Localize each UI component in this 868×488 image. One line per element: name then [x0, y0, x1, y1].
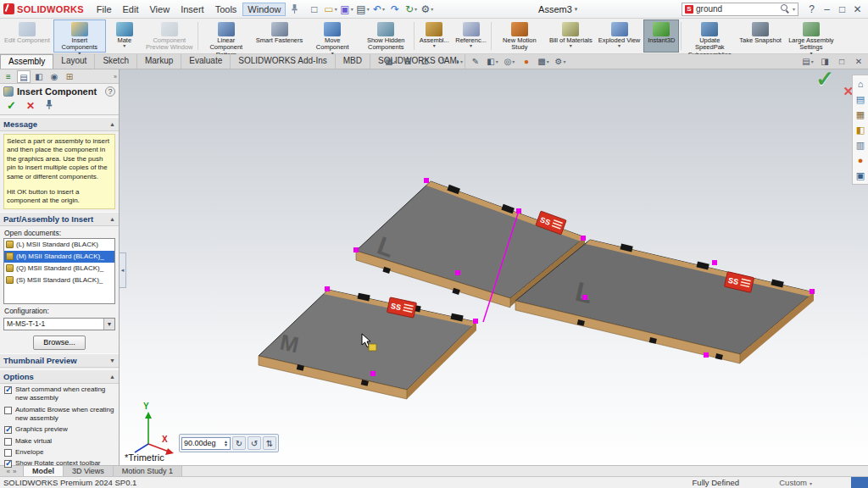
redo-icon[interactable]: ↷ — [387, 2, 402, 16]
tab-sketch[interactable]: Sketch — [95, 54, 137, 69]
ribbon-instant3d[interactable]: Instant3D — [643, 19, 679, 53]
spinner-icons[interactable]: ▲▼ — [224, 440, 228, 446]
design-library-icon[interactable]: ▦ — [854, 108, 867, 120]
resources-icon[interactable]: ▤ — [854, 93, 867, 105]
appearances-icon[interactable]: ● — [854, 154, 867, 166]
menu-edit[interactable]: Edit — [118, 3, 144, 16]
option-envelope[interactable]: Envelope — [0, 446, 119, 458]
ribbon-update-speedpak[interactable]: Update SpeedPak Subassemblies — [683, 19, 736, 53]
checkbox[interactable] — [4, 460, 12, 468]
ribbon-edit-component[interactable]: Edit Component — [2, 19, 53, 53]
rotate-cw-icon[interactable]: ↻ — [232, 436, 246, 450]
ok-button[interactable]: ✓ — [7, 99, 16, 112]
display-manager-tab[interactable]: ◉ — [47, 70, 61, 83]
tab-motion-study-1[interactable]: Motion Study 1 — [114, 466, 182, 476]
cancel-button[interactable]: ✕ — [26, 100, 35, 112]
pm-help-icon[interactable]: ? — [105, 86, 115, 97]
chevron-down-icon[interactable]: ▼ — [103, 319, 114, 330]
maximize-icon[interactable]: □ — [835, 2, 849, 16]
rebuild-icon[interactable]: ↻ — [403, 2, 418, 16]
manager-tabs-overflow-icon[interactable]: » — [114, 74, 117, 80]
menu-tools[interactable]: Tools — [210, 3, 242, 16]
home-icon[interactable]: ⌂ — [854, 78, 867, 90]
ribbon-reference-geometry[interactable]: Referenc... — [453, 19, 489, 53]
ribbon-smart-fasteners[interactable]: Smart Fasteners — [253, 19, 305, 53]
option-start-command[interactable]: Start command when creating new assembly — [0, 384, 119, 404]
option-show-rotate-context-toolbar[interactable]: Show Rotate context toolbar — [0, 458, 119, 469]
options-icon[interactable]: ⚙ — [420, 2, 434, 16]
search-box[interactable]: S ▾ — [682, 3, 798, 16]
view-palette-icon[interactable]: ▥ — [854, 139, 867, 151]
display-pane-icon[interactable]: ▤ — [801, 55, 815, 68]
tab-solidworks-add-ins[interactable]: SOLIDWORKS Add-Ins — [231, 54, 335, 69]
configuration-manager-tab[interactable]: ◧ — [32, 70, 46, 83]
annotations-icon[interactable]: ✎ — [468, 55, 483, 68]
undo-icon[interactable]: ↶ — [371, 2, 386, 16]
ribbon-show-hidden-components[interactable]: Show Hidden Components — [359, 19, 412, 53]
section-view-icon[interactable]: ◑ — [451, 55, 466, 68]
tab-layout[interactable]: Layout — [53, 54, 95, 69]
print-icon[interactable]: ▤ — [355, 2, 370, 16]
panel-collapse-handle[interactable]: ◂ — [120, 252, 126, 288]
document-item[interactable]: (Q) MSII Standard (BLACK)_ — [4, 263, 114, 274]
menu-window[interactable]: Window — [242, 3, 286, 16]
checkbox[interactable] — [4, 426, 12, 434]
apply-scene-icon[interactable]: ▩ — [536, 55, 551, 68]
search-icon[interactable] — [781, 4, 790, 14]
ribbon-linear-component-pattern[interactable]: Linear Component Pattern — [200, 19, 253, 53]
status-tag-icon[interactable] — [851, 477, 868, 488]
menu-view[interactable]: View — [144, 3, 175, 16]
zoom-area-icon[interactable]: ⊡ — [417, 55, 432, 68]
document-item[interactable]: (L) MSII Standard (BLACK) — [4, 239, 114, 251]
open-icon[interactable]: ▭ — [323, 2, 337, 16]
ribbon-new-motion-study[interactable]: New Motion Study — [493, 19, 546, 53]
menubar-pin-icon[interactable] — [291, 3, 298, 14]
search-input[interactable] — [696, 4, 778, 14]
previous-view-icon[interactable]: ↺ — [434, 55, 449, 68]
thumbnail-preview-section-header[interactable]: Thumbnail Preview▼ — [0, 353, 119, 368]
doc-restore-icon[interactable]: □ — [835, 55, 849, 68]
ribbon-assembly-features[interactable]: Assembl... — [416, 19, 452, 53]
status-custom-dropdown[interactable]: Custom — [779, 478, 812, 487]
close-icon[interactable]: ✕ — [850, 2, 865, 16]
ribbon-exploded-view[interactable]: Exploded View — [596, 19, 643, 53]
save-icon[interactable]: ▣ — [339, 2, 353, 16]
ribbon-move-component[interactable]: Move Component — [306, 19, 359, 53]
feature-manager-tab[interactable]: ≡ — [2, 70, 15, 83]
ribbon-mate[interactable]: Mate — [107, 19, 142, 53]
tab-mbd[interactable]: MBD — [336, 54, 370, 69]
tab-markup[interactable]: Markup — [137, 54, 181, 69]
menu-insert[interactable]: Insert — [175, 3, 209, 16]
checkbox[interactable] — [4, 449, 12, 457]
document-item-selected[interactable]: (M) MSII Standard (BLACK)_ — [4, 251, 114, 263]
search-caret-icon[interactable]: ▾ — [793, 6, 795, 12]
help-icon[interactable]: ? — [804, 2, 819, 16]
checkbox[interactable] — [4, 407, 12, 414]
flip-icon[interactable]: ⇅ — [263, 436, 276, 450]
document-title[interactable]: Assem3 — [538, 4, 577, 14]
options-section-header[interactable]: Options▲ — [0, 369, 119, 384]
property-manager-tab[interactable]: ▤ — [17, 70, 31, 83]
browse-button[interactable]: Browse... — [33, 336, 86, 350]
option-graphics-preview[interactable]: Graphics preview — [0, 424, 119, 435]
option-make-virtual[interactable]: Make virtual — [0, 435, 119, 446]
tab-evaluate[interactable]: Evaluate — [181, 54, 231, 69]
ribbon-insert-components[interactable]: Insert Components — [53, 19, 106, 53]
view-settings-icon[interactable]: ⚙ — [553, 55, 568, 68]
configuration-select[interactable]: M-MS-T-1-1 ▼ — [3, 318, 115, 330]
option-automatic-browse[interactable]: Automatic Browse when creating new assem… — [0, 404, 119, 424]
pushpin-icon[interactable] — [45, 99, 53, 112]
angle-input[interactable]: 90.00deg ▲▼ — [181, 437, 231, 450]
zoom-fit-icon[interactable]: ⊞ — [400, 55, 415, 68]
ribbon-component-preview-window[interactable]: Component Preview Window — [143, 19, 196, 53]
ribbon-large-assembly-settings[interactable]: Large Assembly Settings — [785, 19, 837, 53]
doc-close-icon[interactable]: ✕ — [852, 55, 865, 68]
display-style-icon[interactable]: ◧ — [485, 55, 500, 68]
document-item[interactable]: (S) MSII Standard (BLACK)_ — [4, 274, 114, 286]
graphics-viewport[interactable]: L L M — [120, 69, 868, 465]
custom-properties-icon[interactable]: ▣ — [854, 169, 867, 181]
hide-show-items-icon[interactable]: ◎ — [502, 55, 517, 68]
checkbox[interactable] — [4, 438, 12, 446]
message-section-header[interactable]: Message▲ — [0, 117, 119, 131]
ribbon-take-snapshot[interactable]: Take Snapshot — [737, 19, 784, 53]
